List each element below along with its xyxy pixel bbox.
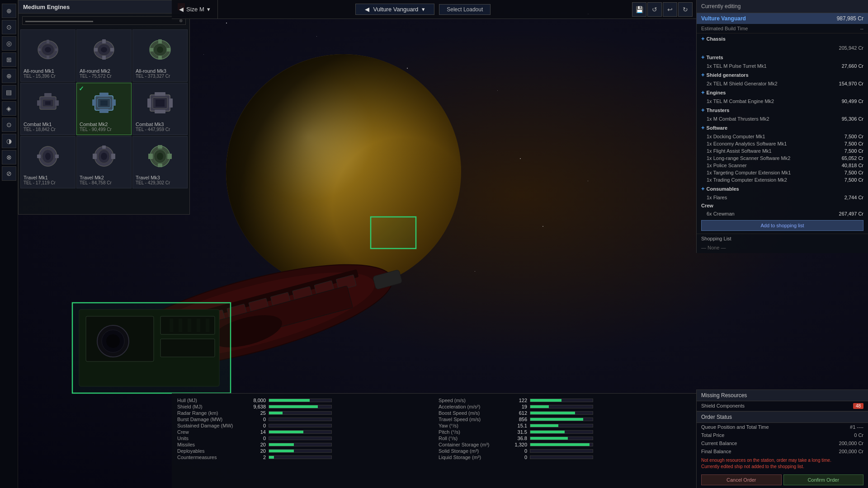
- left-icon-10[interactable]: ⊗: [2, 150, 16, 164]
- stat-yaw-label: Yaw (°/s): [439, 423, 509, 428]
- crew-label: Crew: [701, 203, 713, 208]
- shopping-list-header: Shopping List: [697, 234, 868, 243]
- engine-name-combat-mk2: Combat Mk2: [80, 122, 128, 127]
- left-icon-6[interactable]: ▤: [2, 85, 16, 99]
- svg-rect-86: [167, 154, 172, 159]
- shields-expand-btn[interactable]: +: [701, 71, 705, 78]
- final-balance-row: Final Balance 200,000 Cr: [697, 447, 868, 455]
- crew-cost-1: 267,497 Cr: [839, 211, 863, 216]
- stat-sustained: Sustained Damage (MW) 0: [177, 422, 429, 429]
- confirm-order-button[interactable]: Confirm Order: [783, 474, 864, 485]
- engine-item-combat-mk3[interactable]: Combat Mk3 TEL - 447,959 Cr: [132, 83, 188, 135]
- engine-item-allround-mk3[interactable]: All-round Mk3 TEL - 373,327 Cr: [132, 29, 188, 82]
- engine-row-1: 1x TEL M Combat Engine Mk2 90,499 Cr: [697, 98, 868, 105]
- ship-name-label: Vulture Vanguard: [373, 6, 418, 13]
- svg-rect-36: [47, 56, 49, 59]
- software-cost-3: 7,500 Cr: [844, 148, 863, 154]
- left-icon-11[interactable]: ⊘: [2, 166, 16, 181]
- stat-sustained-bar: [269, 424, 332, 427]
- left-icon-1[interactable]: ⊕: [2, 4, 16, 18]
- medium-engines-panel: Medium Engines × ▬▬▬▬▬▬▬▬▬▬▬▬▬▬▬ ⊗ All: [18, 0, 190, 215]
- turrets-expand-btn[interactable]: +: [701, 54, 705, 61]
- search-placeholder: ▬▬▬▬▬▬▬▬▬▬▬▬▬▬▬: [25, 18, 93, 23]
- svg-rect-60: [92, 99, 96, 106]
- engine-item-combat-mk2[interactable]: ✓ Combat Mk2 TEL - 90,499 Cr: [76, 83, 132, 135]
- software-name-4: 1x Long-range Scanner Software Mk2: [707, 155, 790, 161]
- stat-units-label: Units: [177, 436, 247, 441]
- ship-name-button[interactable]: ◀ Vulture Vanguard ▾: [355, 4, 434, 15]
- loadout-button[interactable]: Select Loadout: [439, 4, 491, 15]
- stat-units-bar: [269, 436, 332, 440]
- stat-solid-label: Solid Storage (m³): [439, 448, 509, 454]
- stat-hull: Hull (MJ) 8,000: [177, 397, 429, 404]
- stat-pitch-bar: [530, 430, 593, 434]
- stat-boost-value: 612: [511, 410, 527, 416]
- ship-name-chevron-left[interactable]: ◀: [365, 6, 369, 13]
- engine-name-allround-mk1: All-round Mk1: [24, 68, 72, 74]
- stat-acceleration: Acceleration (m/s²) 19: [439, 404, 691, 410]
- items-grid: All-round Mk1 TEL - 15,396 Cr All-round …: [19, 28, 189, 190]
- engine-name-combat-mk3: Combat Mk3: [136, 122, 184, 127]
- stat-speed-bar: [530, 399, 593, 402]
- current-balance-label: Current Balance: [701, 441, 737, 446]
- engine-item-allround-mk1[interactable]: All-round Mk1 TEL - 15,396 Cr: [20, 29, 75, 82]
- size-selector[interactable]: ◀ Size M ▾: [172, 0, 218, 19]
- engines-expand-btn[interactable]: +: [701, 89, 705, 96]
- save-button[interactable]: 💾: [632, 2, 646, 17]
- engine-img-combat-mk3: [136, 86, 184, 120]
- redo-button[interactable]: ↻: [678, 2, 693, 17]
- stat-cm-value: 2: [250, 455, 266, 460]
- software-name-7: 1x Trading Computer Extension Mk2: [707, 177, 787, 183]
- svg-rect-79: [93, 154, 97, 159]
- stat-burst-label: Burst Damage (MW): [177, 417, 247, 422]
- software-cost-1: 7,500 Cr: [844, 134, 863, 139]
- left-icon-5[interactable]: ⊕: [2, 69, 16, 83]
- software-row-6: 1x Targeting Computer Extension Mk1 7,50…: [697, 169, 868, 176]
- engine-name-1: 1x TEL M Combat Engine Mk2: [707, 99, 774, 104]
- left-icon-2[interactable]: ⊙: [2, 20, 16, 34]
- shield-row-1: 2x TEL M Shield Generator Mk2 154,970 Cr: [697, 80, 868, 87]
- left-icon-3[interactable]: ◎: [2, 36, 16, 51]
- software-label: Software: [707, 125, 727, 131]
- ship-name-chevron-down[interactable]: ▾: [422, 6, 425, 13]
- stat-container: Container Storage (m³) 1,320: [439, 441, 691, 448]
- stat-solid-value: 0: [511, 448, 527, 454]
- engine-item-travel-mk1[interactable]: Travel Mk1 TEL - 17,119 Cr: [20, 136, 75, 188]
- engine-price-combat-mk1: TEL - 18,842 Cr: [24, 127, 72, 132]
- chassis-expand-btn[interactable]: +: [701, 35, 705, 42]
- engine-item-allround-mk2[interactable]: All-round Mk2 TEL - 75,572 Cr: [76, 29, 132, 82]
- crew-name-1: 6x Crewman: [707, 211, 735, 216]
- engine-item-travel-mk3[interactable]: Travel Mk3 TEL - 429,302 Cr: [132, 136, 188, 188]
- left-icon-8[interactable]: ⊙: [2, 117, 16, 132]
- software-expand-btn[interactable]: +: [701, 124, 705, 131]
- software-cost-4: 65,052 Cr: [842, 155, 863, 161]
- svg-rect-61: [112, 99, 116, 106]
- undo-button[interactable]: ↩: [663, 2, 677, 17]
- add-to-shopping-list-button[interactable]: Add to shopping list: [701, 220, 863, 231]
- stat-roll: Roll (°/s) 36.8: [439, 435, 691, 441]
- svg-rect-48: [167, 48, 170, 52]
- stat-speed: Speed (m/s) 122: [439, 397, 691, 404]
- engine-price-allround-mk2: TEL - 75,572 Cr: [80, 74, 128, 79]
- engine-price-combat-mk3: TEL - 447,959 Cr: [136, 127, 184, 132]
- svg-point-39: [101, 47, 107, 52]
- editing-ship-name: Vulture Vanguard: [701, 15, 746, 22]
- consumable-cost-1: 2,744 Cr: [844, 195, 863, 200]
- size-chevron-left[interactable]: ◀: [179, 6, 184, 13]
- size-chevron-down[interactable]: ▾: [207, 6, 210, 13]
- engine-item-travel-mk2[interactable]: Travel Mk2 TEL - 84,758 Cr: [76, 136, 132, 188]
- engine-item-combat-mk1[interactable]: Combat Mk1 TEL - 18,842 Cr: [20, 83, 75, 135]
- cancel-order-button[interactable]: Cancel Order: [701, 474, 782, 485]
- left-icon-9[interactable]: ◑: [2, 134, 16, 148]
- stat-solid: Solid Storage (m³) 0: [439, 448, 691, 454]
- left-icon-4[interactable]: ⊞: [2, 52, 16, 67]
- reload-button[interactable]: ↺: [647, 2, 662, 17]
- svg-point-84: [157, 153, 163, 160]
- consumables-expand-btn[interactable]: +: [701, 185, 705, 192]
- turrets-section: + Turrets: [697, 52, 868, 62]
- software-section: + Software: [697, 122, 868, 133]
- svg-rect-49: [158, 39, 162, 43]
- stat-container-value: 1,320: [511, 442, 527, 447]
- left-icon-7[interactable]: ◈: [2, 101, 16, 116]
- thrusters-expand-btn[interactable]: +: [701, 107, 705, 113]
